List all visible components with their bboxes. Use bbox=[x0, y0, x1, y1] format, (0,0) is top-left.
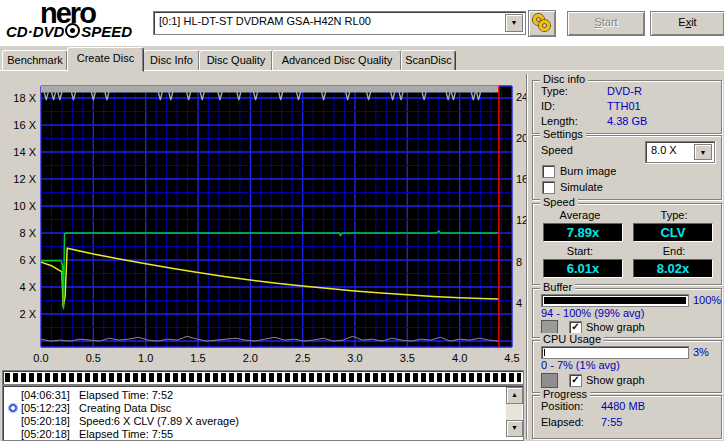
disc-icon bbox=[5, 402, 21, 415]
disc-id-value: TTH01 bbox=[607, 100, 641, 112]
settings-group: Settings Speed 8.0 X ▼ Burn image Simula… bbox=[532, 135, 722, 200]
progress-group: Progress Position: 4480 MB Elapsed: 7:55 bbox=[532, 395, 722, 439]
end-speed-display: 8.02x bbox=[633, 259, 713, 278]
nero-cd-dvd-speed-window: nero CD·DVDSPEED [0:1] HL-DT-ST DVDRAM G… bbox=[0, 0, 724, 441]
disc-type-label: Type: bbox=[541, 85, 568, 97]
svg-text:1.0: 1.0 bbox=[138, 352, 153, 364]
gears-icon bbox=[539, 20, 550, 31]
end-speed-label: End: bbox=[627, 245, 721, 257]
group-title: Speed bbox=[540, 196, 578, 208]
svg-text:18 X: 18 X bbox=[13, 92, 36, 104]
speed-type-display: CLV bbox=[633, 223, 713, 242]
tab-disc-info[interactable]: Disc Info bbox=[143, 50, 200, 71]
svg-text:8: 8 bbox=[516, 256, 522, 268]
svg-text:14 X: 14 X bbox=[13, 146, 36, 158]
header-bar: nero CD·DVDSPEED [0:1] HL-DT-ST DVDRAM G… bbox=[0, 0, 724, 46]
scroll-up-button[interactable]: ▲ bbox=[506, 387, 523, 404]
burn-image-checkbox[interactable] bbox=[542, 165, 555, 178]
disc-length-label: Length: bbox=[541, 115, 578, 127]
elapsed-value: 7:55 bbox=[601, 416, 622, 428]
svg-text:10 X: 10 X bbox=[13, 200, 36, 212]
log-row: [05:20:18]Elapsed Time: 7:55 bbox=[5, 428, 173, 441]
drive-tools-button[interactable] bbox=[528, 10, 556, 37]
buffer-percent: 100% bbox=[693, 294, 721, 306]
svg-text:1.5: 1.5 bbox=[190, 352, 205, 364]
group-title: CPU Usage bbox=[540, 333, 604, 345]
tab-advanced-disc-quality[interactable]: Advanced Disc Quality bbox=[272, 50, 402, 71]
elapsed-label: Elapsed: bbox=[541, 416, 584, 428]
vertical-divider bbox=[526, 74, 528, 439]
buffer-group: Buffer 100% 94 - 100% (99% avg) ✓ Show g… bbox=[532, 288, 722, 338]
simulate-checkbox[interactable] bbox=[542, 181, 555, 194]
cpu-color-swatch bbox=[541, 373, 558, 388]
svg-text:0.0: 0.0 bbox=[33, 352, 48, 364]
tab-benchmark[interactable]: Benchmark bbox=[2, 50, 68, 71]
log-row: [05:20:18]Speed:6 X CLV (7.89 X average) bbox=[5, 415, 239, 428]
cpu-show-graph-checkbox[interactable]: ✓ bbox=[569, 374, 582, 387]
disc-icon bbox=[65, 23, 80, 38]
buffer-progressbar bbox=[541, 294, 689, 307]
cd-dvd-speed-logo-text: CD·DVDSPEED bbox=[6, 22, 132, 40]
chart-area: 18 X16 X14 X12 X10 X8 X6 X4 X2 X24201612… bbox=[0, 75, 530, 369]
log-row: [05:12:23]Creating Data Disc bbox=[5, 402, 171, 415]
svg-text:12 X: 12 X bbox=[13, 173, 36, 185]
start-button[interactable]: Start bbox=[567, 11, 645, 36]
disc-info-group: Disc info Type: DVD-R ID: TTH01 Length: … bbox=[532, 80, 722, 134]
svg-text:4 X: 4 X bbox=[19, 281, 36, 293]
exit-button[interactable]: Exit bbox=[650, 11, 724, 36]
svg-text:3.5: 3.5 bbox=[400, 352, 415, 364]
buffer-show-graph-label: Show graph bbox=[586, 321, 645, 333]
svg-text:8 X: 8 X bbox=[19, 227, 36, 239]
cpu-show-graph-label: Show graph bbox=[586, 374, 645, 386]
log-box: [04:06:31]Elapsed Time: 7:52 [05:12:23]C… bbox=[2, 385, 524, 441]
cpu-range: 0 - 7% (1% avg) bbox=[541, 359, 620, 371]
svg-text:6 X: 6 X bbox=[19, 254, 36, 266]
buffer-range: 94 - 100% (99% avg) bbox=[541, 307, 644, 319]
svg-text:2.0: 2.0 bbox=[243, 352, 258, 364]
svg-text:4: 4 bbox=[516, 297, 522, 309]
write-speed-chart: 18 X16 X14 X12 X10 X8 X6 X4 X2 X24201612… bbox=[0, 75, 530, 369]
cpu-progressbar bbox=[541, 346, 689, 359]
start-speed-display: 6.01x bbox=[543, 259, 623, 278]
group-title: Disc info bbox=[540, 73, 588, 85]
group-title: Progress bbox=[540, 388, 590, 400]
disc-type-value: DVD-R bbox=[607, 85, 642, 97]
tab-create-disc[interactable]: Create Disc bbox=[67, 47, 144, 72]
svg-text:3.0: 3.0 bbox=[347, 352, 362, 364]
drive-select[interactable]: [0:1] HL-DT-ST DVDRAM GSA-H42N RL00 ▼ bbox=[153, 11, 526, 35]
disc-length-value: 4.38 GB bbox=[607, 115, 647, 127]
chevron-down-icon[interactable]: ▼ bbox=[694, 144, 712, 160]
burn-image-label: Burn image bbox=[560, 165, 616, 177]
svg-text:4.0: 4.0 bbox=[452, 352, 467, 364]
scroll-down-button[interactable]: ▼ bbox=[506, 420, 523, 437]
speed-label: Speed bbox=[541, 144, 573, 156]
speed-group: Speed Average Type: 7.89x CLV Start: End… bbox=[532, 203, 722, 285]
group-title: Settings bbox=[540, 128, 586, 140]
group-title: Buffer bbox=[540, 281, 575, 293]
position-label: Position: bbox=[541, 400, 583, 412]
tab-scandisc[interactable]: ScanDisc bbox=[401, 50, 456, 71]
simulate-label: Simulate bbox=[560, 181, 603, 193]
log-row: [04:06:31]Elapsed Time: 7:52 bbox=[5, 389, 173, 402]
svg-text:16 X: 16 X bbox=[13, 119, 36, 131]
average-speed-display: 7.89x bbox=[543, 223, 623, 242]
svg-text:2 X: 2 X bbox=[19, 308, 36, 320]
tab-disc-quality[interactable]: Disc Quality bbox=[199, 50, 273, 71]
svg-text:0.5: 0.5 bbox=[86, 352, 101, 364]
log-scrollbar[interactable]: ▲ ▼ bbox=[506, 387, 522, 437]
test-progress-stripe-bar bbox=[2, 370, 524, 385]
cpu-percent: 3% bbox=[693, 346, 709, 358]
position-value: 4480 MB bbox=[601, 400, 645, 412]
speed-select[interactable]: 8.0 X ▼ bbox=[645, 141, 715, 163]
drive-select-value: [0:1] HL-DT-ST DVDRAM GSA-H42N RL00 bbox=[159, 15, 371, 27]
speed-select-value: 8.0 X bbox=[651, 144, 677, 156]
average-speed-label: Average bbox=[533, 209, 627, 221]
svg-text:2.5: 2.5 bbox=[295, 352, 310, 364]
start-speed-label: Start: bbox=[533, 245, 627, 257]
disc-id-label: ID: bbox=[541, 100, 555, 112]
speed-type-label: Type: bbox=[627, 209, 721, 221]
cpu-usage-group: CPU Usage 3% 0 - 7% (1% avg) ✓ Show grap… bbox=[532, 340, 722, 393]
chevron-down-icon[interactable]: ▼ bbox=[505, 14, 523, 32]
svg-text:4.5: 4.5 bbox=[504, 352, 519, 364]
